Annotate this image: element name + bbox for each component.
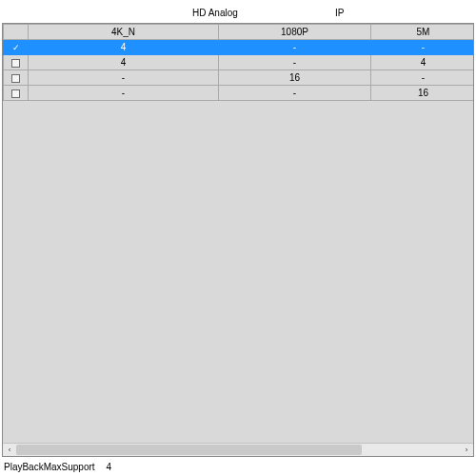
checkbox-icon[interactable] <box>11 59 20 68</box>
cell[interactable]: 4 <box>29 40 219 55</box>
table-header-row: 4K_N 1080P 5M <box>4 25 475 40</box>
checkbox-icon[interactable] <box>11 74 20 83</box>
playback-max-value: 4 <box>107 462 112 472</box>
window: HD Analog IP 4K_N 1080P 5M <box>0 0 476 476</box>
cell[interactable]: - <box>371 40 475 55</box>
table-row[interactable]: - - 16 <box>4 86 475 101</box>
scroll-right-arrow-icon[interactable]: › <box>460 444 473 456</box>
checkbox-icon[interactable] <box>11 89 20 98</box>
horizontal-scrollbar[interactable]: ‹ › <box>3 443 473 456</box>
table-empty-area <box>3 101 473 443</box>
resolution-table: 4K_N 1080P 5M 4 - - <box>3 24 474 101</box>
check-icon <box>12 42 20 52</box>
table-row[interactable]: 4 - 4 <box>4 55 475 70</box>
row-selector[interactable] <box>4 40 29 55</box>
row-selector[interactable] <box>4 70 29 86</box>
col-header-5m[interactable]: 5M <box>371 25 475 40</box>
col-header-1080p[interactable]: 1080P <box>219 25 371 40</box>
group-analog-label: HD Analog <box>192 8 278 18</box>
row-selector[interactable] <box>4 86 29 101</box>
col-header-4kn[interactable]: 4K_N <box>29 25 219 40</box>
cell[interactable]: - <box>219 55 371 70</box>
table-row[interactable]: 4 - - <box>4 40 475 55</box>
scroll-left-arrow-icon[interactable]: ‹ <box>3 444 16 456</box>
playback-max-label: PlayBackMaxSupport <box>4 462 95 472</box>
column-group-header: HD Analog IP <box>2 2 474 23</box>
table-panel: 4K_N 1080P 5M 4 - - <box>2 23 474 457</box>
row-selector[interactable] <box>4 55 29 70</box>
cell[interactable]: 4 <box>29 55 219 70</box>
cell[interactable]: - <box>371 70 475 86</box>
cell[interactable]: - <box>219 40 371 55</box>
corner-cell <box>4 25 29 40</box>
cell[interactable]: - <box>29 70 219 86</box>
cell[interactable]: 16 <box>371 86 475 101</box>
cell[interactable]: 4 <box>371 55 475 70</box>
scroll-thumb[interactable] <box>16 445 362 455</box>
cell[interactable]: - <box>219 86 371 101</box>
group-ip-label: IP <box>335 8 421 18</box>
scroll-track[interactable] <box>16 444 460 456</box>
cell[interactable]: 16 <box>219 70 371 86</box>
table-row[interactable]: - 16 - <box>4 70 475 86</box>
cell[interactable]: - <box>29 86 219 101</box>
footer: PlayBackMaxSupport 4 <box>2 457 474 476</box>
